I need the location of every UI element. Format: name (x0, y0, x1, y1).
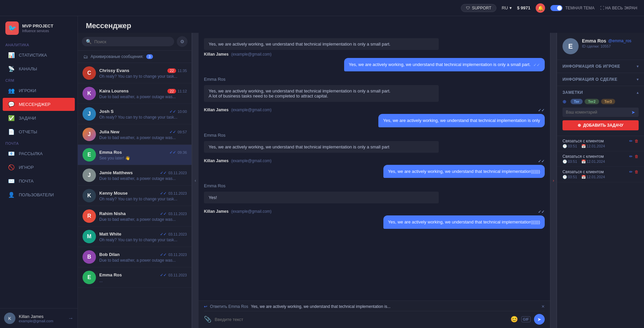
contacts-scroll[interactable]: C Chrissy Evans 2211:35 Oh realy? You ca… (78, 63, 192, 328)
task-label: Связаться с клиентом (562, 170, 604, 174)
sidebar-item-label: ИГРОКИ (19, 88, 36, 93)
sender-name: Killan James (204, 158, 228, 163)
task-edit-button[interactable]: ✏ (629, 139, 633, 143)
contact-item[interactable]: K Kenny Mouse ✓✓ 03.11.2023 Oh realy? Yo… (78, 186, 192, 206)
sidebar-item-mailing[interactable]: 📧 РАССЫЛКА (3, 147, 75, 160)
sender-email: (example@gmail.com) (231, 209, 271, 214)
contact-preview: Due to bad weather, a power outage was..… (99, 176, 187, 181)
filter-button[interactable]: ⚙ (177, 36, 187, 47)
notification-bell[interactable]: 🔔 (536, 3, 545, 13)
message-input[interactable] (215, 317, 507, 322)
contact-name: Josh S (99, 109, 114, 114)
sidebar-item-ignore[interactable]: 🚫 ИГНОР (3, 161, 75, 174)
send-button[interactable]: ➤ (534, 314, 545, 325)
message-group: Emma Ros Yes, we are actively working, w… (204, 77, 545, 102)
sidebar-item-reports[interactable]: 📄 ОТЧЕТЫ (3, 125, 75, 138)
comment-send-button[interactable]: ➤ (631, 110, 635, 115)
panel-section-player-info-header[interactable]: ИНФОРМАЦИЯ ОБ ИГРОКЕ ▾ (557, 60, 644, 73)
sidebar-item-label: ОТЧЕТЫ (19, 129, 37, 134)
task-edit-button[interactable]: ✏ (629, 170, 633, 174)
task-edit-button[interactable]: ✏ (629, 154, 633, 159)
sidebar-item-channels[interactable]: 📡 КАНАЛЫ (3, 62, 75, 75)
contact-avatar: J (83, 169, 96, 182)
contact-item[interactable]: B Bob Dilan ✓✓ 03.11.2023 Due to bad wea… (78, 247, 192, 267)
task-item-header: Связаться с клиентом ✏ 🗑 (562, 154, 639, 159)
contact-item[interactable]: R Rahim Nisha ✓✓ 03.11.2023 Due to bad w… (78, 206, 192, 226)
sidebar-item-mail[interactable]: ✉️ ПОЧТА (3, 175, 75, 188)
sidebar-item-tasks[interactable]: ✅ ЗАДАЧИ (3, 112, 75, 125)
sidebar-item-messenger[interactable]: 💬 МЕССЕНДЖЕР (3, 98, 75, 111)
contact-preview: Oh realy? You can try to change your tas… (99, 74, 187, 79)
add-task-button[interactable]: ⊕ ДОБАВИТЬ ЗАДАЧУ (562, 120, 639, 130)
search-input[interactable] (94, 39, 170, 44)
sidebar-user: K Killan James example@gmail.com → (0, 308, 77, 328)
toggle-switch[interactable] (550, 5, 562, 11)
chevron-icon: ▾ (637, 64, 639, 69)
fullscreen-button[interactable]: ⛶ НА ВЕСЬ ЭКРАН (600, 6, 637, 10)
contact-avatar: J (83, 128, 96, 141)
sidebar-item-users[interactable]: 👤 ПОЛЬЗОВАТЕЛИ (3, 188, 75, 201)
search-bar: 🔍 ⚙ (78, 33, 192, 51)
read-check-icon: ✓✓ (160, 171, 167, 175)
logo-text: MVP PROJECT (22, 23, 53, 29)
contact-item[interactable]: E Emma Ros ✓✓ 03.11.2023 ... (78, 267, 192, 288)
archived-bar[interactable]: 🗂 Архивированые сообщения: 3 (78, 51, 192, 63)
emoji-button[interactable]: 😊 (511, 316, 518, 323)
tag-ter3[interactable]: Ter3 (601, 99, 615, 104)
task-delete-button[interactable]: 🗑 (635, 170, 639, 174)
sidebar-item-label: ЗАДАЧИ (19, 116, 36, 121)
contact-item[interactable]: J Julia New ✓✓ 09:57 Due to bad weather,… (78, 124, 192, 145)
user-avatar: K (4, 313, 15, 324)
logo-sub: Influence services (22, 29, 53, 33)
clock-icon: 🕐 (562, 144, 567, 148)
task-delete-button[interactable]: 🗑 (635, 139, 639, 143)
tasks-icon: ✅ (8, 115, 15, 121)
contact-name: Jamie Matthews (99, 170, 133, 175)
message-check-icon: ✓✓ (538, 209, 545, 214)
logout-button[interactable]: → (68, 315, 73, 321)
contact-info: Josh S ✓✓ 10:00 Oh realy? You can try to… (99, 108, 187, 120)
contact-item[interactable]: C Chrissy Evans 2211:35 Oh realy? You ca… (78, 63, 192, 83)
panel-section-deal-info-header[interactable]: ИНФОРМАЦИЯ О СДЕЛКЕ ▾ (557, 73, 644, 86)
comment-input[interactable] (566, 110, 629, 115)
contact-item-active[interactable]: E Emma Ros ✓✓ 09:36 See you later! 👋 (78, 145, 192, 165)
gif-button[interactable]: GIF (521, 316, 531, 322)
support-button[interactable]: 🛡 SUPPORT (461, 4, 496, 12)
users-icon: 👤 (8, 192, 15, 198)
tag-ter1[interactable]: Ter (571, 99, 583, 104)
language-selector[interactable]: RU ▾ (502, 5, 512, 10)
mail-section-label: Почта (0, 139, 77, 147)
message-bubble-in: Yes, we are actively working, we underst… (204, 38, 439, 50)
reply-close-button[interactable]: ✕ (541, 304, 545, 309)
contact-avatar: J (83, 107, 96, 121)
message-bubble-emma: Yes, we are actively working, we underst… (204, 141, 439, 153)
contact-preview: Due to bad weather, a power outage was..… (99, 258, 187, 263)
contact-name: Julia New (99, 129, 119, 134)
sidebar-item-players[interactable]: 👥 ИГРОКИ (3, 84, 75, 97)
logo: 🐦 MVP PROJECT Influence services (0, 16, 77, 40)
sidebar-item-label: СТАТИСТИКА (19, 53, 47, 58)
task-delete-button[interactable]: 🗑 (635, 154, 639, 159)
contact-time: 03.11.2023 (168, 171, 187, 175)
collapse-left-button[interactable]: ‹ (192, 33, 199, 328)
tag-ter2[interactable]: Ter2 (585, 99, 599, 104)
message-group: Emma Ros Yes! (204, 183, 545, 203)
task-meta: 🕐03:51 📅12.01.2024 (562, 144, 639, 148)
theme-toggle[interactable]: ТЕМНАЯ ТЕМА (550, 5, 594, 11)
contact-item[interactable]: K Kaira Lourens 2211:12 Due to bad weath… (78, 83, 192, 104)
calendar-icon: 📅 (581, 144, 586, 148)
contact-preview: Due to bad weather, a power outage was..… (99, 135, 187, 140)
messenger-icon: 💬 (8, 101, 15, 108)
contact-item[interactable]: J Josh S ✓✓ 10:00 Oh realy? You can try … (78, 104, 192, 124)
panel-section-notes-header[interactable]: ЗАМЕТКИ ▴ (557, 86, 644, 99)
contact-preview: Due to bad weather, a power outage was..… (99, 94, 187, 99)
contact-info: Rahim Nisha ✓✓ 03.11.2023 Due to bad wea… (99, 210, 187, 222)
sidebar-item-statistics[interactable]: 📊 СТАТИСТИКА (3, 49, 75, 62)
collapse-right-button[interactable]: › (550, 33, 557, 328)
contact-item[interactable]: J Jamie Matthews ✓✓ 03.11.2023 Due to ba… (78, 165, 192, 186)
contact-item[interactable]: M Matt White ✓✓ 03.11.2023 Oh realy? You… (78, 226, 192, 247)
message-bubble-out: Yes, we are actively working, we underst… (378, 114, 545, 127)
contact-info: Kenny Mouse ✓✓ 03.11.2023 Oh realy? You … (99, 190, 187, 201)
attach-button[interactable]: 📎 (204, 316, 211, 323)
messenger-notification-dot (67, 103, 69, 106)
